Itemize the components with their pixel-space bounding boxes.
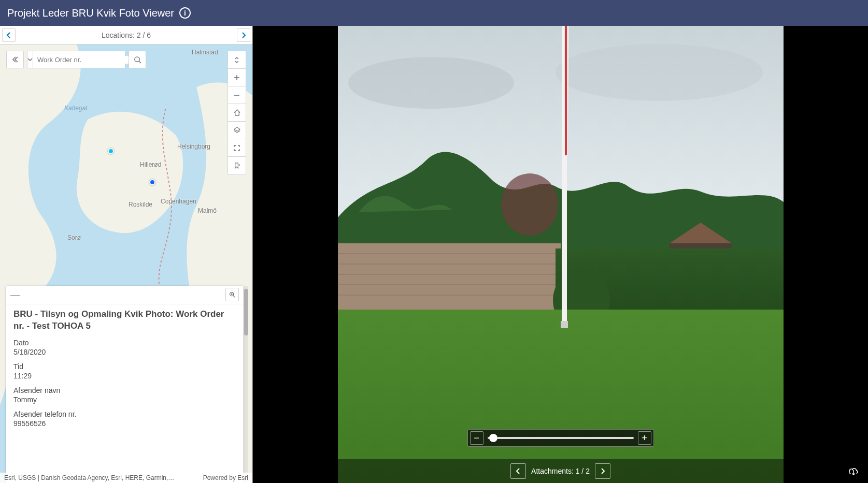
city-label: Hillerød — [140, 161, 161, 168]
locations-prev-button[interactable] — [2, 28, 16, 42]
city-label: Roskilde — [129, 201, 152, 208]
svg-point-11 — [348, 57, 514, 109]
photo-zoom-bar: − + — [467, 429, 654, 447]
attachment-label: Attachments: 1 / 2 — [531, 467, 590, 475]
photo-zoom-in-button[interactable]: + — [638, 431, 651, 445]
svg-line-9 — [233, 296, 235, 298]
left-panel: Locations: 2 / 6 Kattegat — [0, 26, 253, 483]
map[interactable]: Kattegat HalmstadHelsingborgHillerødCope… — [0, 45, 252, 483]
svg-line-2 — [139, 61, 141, 63]
selected-marker[interactable] — [108, 148, 114, 154]
locations-next-button[interactable] — [237, 28, 250, 42]
svg-point-12 — [556, 44, 763, 101]
search-filter-dropdown[interactable] — [27, 51, 33, 68]
map-tools — [227, 51, 246, 175]
locations-label: Locations: 2 / 6 — [16, 31, 237, 39]
popup-minimize-button[interactable]: — — [10, 289, 20, 300]
zoom-in-button[interactable] — [228, 69, 246, 86]
attachment-next-button[interactable] — [595, 463, 610, 479]
city-label: Helsingborg — [177, 143, 210, 150]
popup-field-label: Tid — [13, 362, 236, 371]
city-label: Halmstad — [192, 49, 218, 56]
download-button[interactable] — [846, 463, 861, 478]
zoom-out-button[interactable] — [228, 86, 246, 104]
city-label: Sorø — [67, 234, 81, 241]
popup-field-label: Dato — [13, 339, 236, 347]
city-label: Copenhagen — [161, 198, 196, 205]
info-icon[interactable]: i — [179, 7, 191, 19]
popup-field-label: Afsender telefon nr. — [13, 410, 236, 418]
photo[interactable] — [338, 26, 784, 483]
home-extent-button[interactable] — [228, 104, 246, 122]
popup-field-value: 5/18/2020 — [13, 348, 236, 356]
collapse-search-button[interactable] — [6, 51, 24, 68]
popup-zoom-to-button[interactable] — [225, 288, 239, 301]
svg-point-13 — [501, 173, 558, 236]
fullscreen-button[interactable] — [228, 139, 246, 157]
feature-popup: — BRU - Tilsyn og Opmaling Kvik Photo: W… — [6, 286, 243, 483]
popup-title: BRU - Tilsyn og Opmaling Kvik Photo: Wor… — [13, 309, 236, 332]
city-label: Malmö — [198, 207, 217, 214]
app-title: Projekt Leder BRU Kvik Foto Viewer — [7, 7, 174, 19]
attachment-bar: Attachments: 1 / 2 — [253, 459, 868, 483]
attachment-prev-button[interactable] — [510, 463, 526, 479]
bookmark-button[interactable] — [228, 157, 246, 174]
layers-button[interactable] — [228, 122, 246, 139]
search-field[interactable] — [27, 51, 125, 68]
attribution-text: Esri, USGS | Danish Geodata Agency, Esri… — [4, 474, 175, 481]
search-row — [6, 51, 146, 68]
app-header: Projekt Leder BRU Kvik Foto Viewer i — [0, 0, 868, 26]
sea-label: Kattegat — [64, 105, 88, 112]
popup-field-value: Tommy — [13, 396, 236, 404]
photo-zoom-out-button[interactable]: − — [470, 431, 483, 445]
popup-field-value: 99556526 — [13, 419, 236, 428]
popup-body: BRU - Tilsyn og Opmaling Kvik Photo: Wor… — [6, 304, 243, 483]
svg-rect-24 — [338, 310, 784, 483]
attribution-powered-by: Powered by Esri — [203, 474, 248, 481]
photo-viewer: − + Attachments: 1 / 2 — [253, 26, 868, 483]
search-button[interactable] — [129, 51, 146, 68]
svg-point-1 — [134, 56, 139, 61]
locations-bar: Locations: 2 / 6 — [0, 26, 252, 45]
popup-scrollbar[interactable] — [244, 286, 248, 483]
popup-field-label: Afsender navn — [13, 386, 236, 394]
popup-header: — — [6, 286, 243, 304]
svg-rect-27 — [565, 26, 567, 155]
main-split: Locations: 2 / 6 Kattegat — [0, 26, 868, 483]
photo-zoom-slider[interactable] — [488, 437, 634, 439]
expand-updown-icon[interactable] — [228, 51, 246, 69]
popup-field-value: 11:29 — [13, 372, 236, 380]
feature-marker[interactable] — [149, 179, 155, 185]
map-attribution: Esri, USGS | Danish Geodata Agency, Esri… — [0, 473, 252, 483]
zoom-slider-handle[interactable] — [489, 434, 497, 442]
search-input[interactable] — [33, 56, 129, 64]
svg-rect-26 — [561, 321, 568, 328]
